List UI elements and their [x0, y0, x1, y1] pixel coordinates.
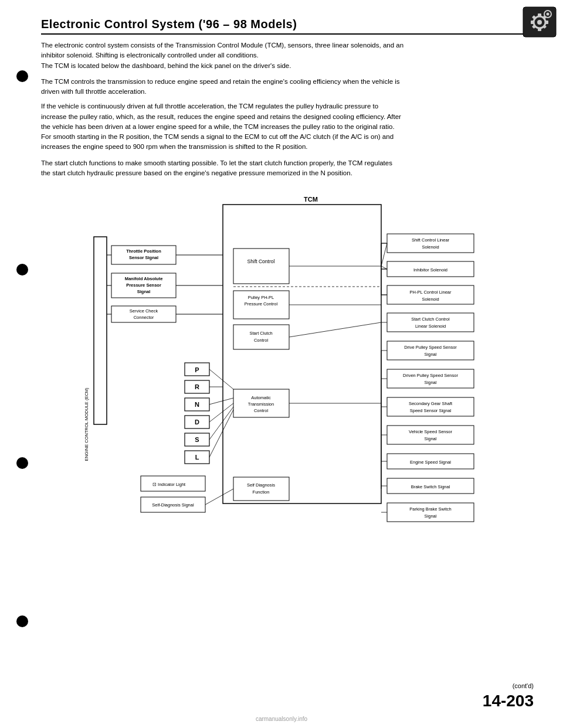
svg-point-12	[547, 13, 550, 16]
svg-rect-51	[387, 397, 474, 416]
title-section: Electronic Control System ('96 – 98 Mode…	[41, 18, 534, 35]
svg-rect-6	[545, 21, 548, 24]
drive-pulley-label-1: Drive Pulley Speed Sensor	[404, 345, 457, 350]
vehicle-speed-label-2: Signal	[425, 436, 437, 441]
footer-page: 14-203	[483, 692, 534, 710]
binding-mark-2	[16, 264, 28, 275]
start-clutch-solenoid-label-2: Linear Solenoid	[415, 324, 446, 329]
secondary-gear-label-2: Speed Sensor Signal	[410, 408, 452, 413]
auto-trans-label-1: Automatic	[251, 395, 271, 400]
body-text-block: The electronic control system consists o…	[41, 40, 534, 178]
pulley-label-2: Pressure Control	[245, 301, 278, 307]
svg-rect-49	[387, 341, 474, 360]
self-diag-signal-label: Self-Diagnosis Signal	[152, 502, 194, 508]
ph-pl-label-1: PH-PL Control Linear	[409, 290, 452, 295]
driven-pulley-label-2: Signal	[425, 380, 437, 385]
system-diagram: TCM ENGINE CONTROL MODULE (ECM) Throttle…	[76, 190, 498, 553]
start-clutch-solenoid-label-1: Start Clutch Control	[411, 317, 450, 322]
secondary-gear-label-1: Secondary Gear Shaft	[409, 401, 453, 406]
manifold-label-1: Manifold Absolute	[125, 276, 163, 281]
paragraph1: The electronic control system consists o…	[41, 40, 534, 71]
ecm-label: ENGINE CONTROL MODULE (ECM)	[84, 387, 89, 461]
ph-pl-label-2: Solenoid	[422, 297, 439, 302]
svg-rect-29	[233, 477, 289, 501]
auto-trans-label-2: Transmission	[248, 402, 274, 407]
parking-brake-label-1: Parking Brake Switch	[409, 506, 451, 512]
gear-s: S	[195, 436, 199, 443]
pulley-label-1: Pulley PH-PL	[248, 295, 274, 300]
gear-icon-container	[522, 6, 557, 38]
auto-trans-label-3: Control	[254, 408, 269, 413]
svg-point-2	[537, 20, 542, 25]
gear-icon	[522, 6, 557, 38]
svg-rect-50	[387, 369, 474, 388]
binding-mark-4	[16, 615, 28, 627]
binding-mark-1	[16, 70, 28, 82]
manifold-label-2: Pressure Sensor	[126, 283, 161, 288]
svg-line-56	[381, 243, 387, 266]
self-diag-func-label-1: Self Diagnosis	[247, 482, 275, 488]
svg-rect-45	[387, 234, 474, 253]
footer-contd: (cont'd)	[483, 682, 534, 689]
shift-solenoid-label-1: Shift Control Linear	[412, 237, 450, 243]
svg-rect-52	[387, 426, 474, 444]
gear-l: L	[195, 454, 199, 461]
throttle-label-2: Sensor Signal	[129, 255, 158, 260]
service-check-label-1: Service Check	[130, 308, 158, 314]
throttle-label-1: Throttle Position	[126, 249, 161, 254]
self-diag-func-label-2: Function	[253, 489, 270, 495]
svg-rect-48	[387, 313, 474, 332]
shift-solenoid-label-2: Solenoid	[422, 244, 439, 250]
svg-rect-3	[538, 13, 541, 16]
watermark: carmanualsonly.info	[0, 716, 563, 722]
engine-speed-label: Engine Speed Signal	[410, 460, 451, 465]
inhibitor-solenoid-label: Inhibitor Solenoid	[413, 267, 447, 273]
svg-rect-14	[94, 237, 107, 424]
svg-rect-55	[387, 503, 474, 522]
tcm-label: TCM	[304, 196, 318, 203]
svg-line-57	[381, 266, 387, 269]
gear-p: P	[195, 366, 199, 373]
paragraph4: The start clutch functions to make smoot…	[41, 158, 534, 179]
svg-rect-27	[233, 325, 289, 349]
parking-brake-label-2: Signal	[425, 513, 437, 519]
gear-n: N	[195, 401, 199, 408]
gear-r: R	[195, 383, 199, 390]
driven-pulley-label-1: Driven Pulley Speed Sensor	[403, 373, 458, 378]
service-check-label-2: Connector	[134, 315, 154, 320]
page-container: Electronic Control System ('96 – 98 Mode…	[0, 0, 563, 728]
vehicle-speed-label-1: Vehicle Speed Sensor	[409, 429, 452, 434]
shift-control-label-1: Shift Control	[247, 258, 275, 264]
svg-rect-24	[233, 249, 289, 284]
gear-d: D	[195, 419, 199, 426]
indicator-label: ⊡ Indicator Light	[152, 482, 186, 487]
start-clutch-label-2: Control	[254, 338, 269, 343]
drive-pulley-label-2: Signal	[425, 352, 437, 357]
diagram-container: TCM ENGINE CONTROL MODULE (ECM) Throttle…	[41, 190, 534, 553]
paragraph3: If the vehicle is continuously driven at…	[41, 101, 534, 152]
start-clutch-label-1: Start Clutch	[249, 331, 272, 336]
binding-mark-3	[16, 457, 28, 469]
brake-switch-label: Brake Switch Signal	[411, 484, 450, 489]
svg-rect-4	[538, 28, 541, 31]
manifold-label-3: Signal	[137, 289, 151, 294]
footer: (cont'd) 14-203	[483, 682, 534, 710]
page-title: Electronic Control System ('96 – 98 Mode…	[41, 18, 534, 31]
svg-rect-5	[531, 21, 534, 24]
paragraph2: The TCM controls the transmission to red…	[41, 77, 534, 97]
